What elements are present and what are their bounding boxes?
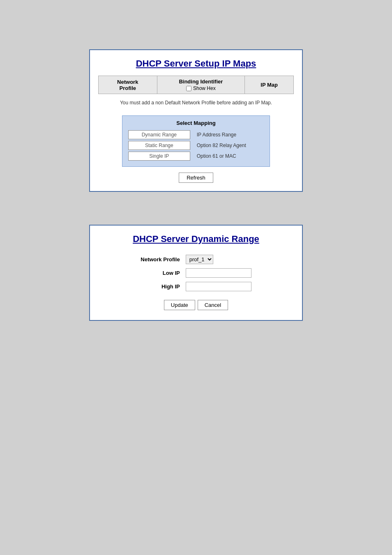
form-buttons: Update Cancel xyxy=(102,300,290,310)
option-82-label: Option 82 Relay Agent xyxy=(197,143,264,148)
header-table: NetworkProfile Binding Identifier Show H… xyxy=(98,76,294,94)
option-61-label: Option 61 or MAC xyxy=(197,153,264,159)
update-button[interactable]: Update xyxy=(164,300,195,310)
cancel-button[interactable]: Cancel xyxy=(198,300,228,310)
top-card: DHCP Server Setup IP Maps NetworkProfile… xyxy=(89,49,303,192)
select-mapping-title: Select Mapping xyxy=(128,120,264,126)
bottom-card-title: DHCP Server Dynamic Range xyxy=(102,234,290,244)
select-mapping-container: Select Mapping Dynamic Range IP Address … xyxy=(122,115,270,167)
high-ip-input[interactable] xyxy=(186,282,251,291)
refresh-button[interactable]: Refresh xyxy=(179,173,213,183)
network-profile-select[interactable]: prof_1 xyxy=(186,255,213,264)
network-profile-label: Network Profile xyxy=(141,256,180,263)
bottom-card: DHCP Server Dynamic Range Network Profil… xyxy=(89,225,303,321)
dynamic-range-button[interactable]: Dynamic Range xyxy=(128,130,190,139)
mapping-grid: Dynamic Range IP Address Range Static Ra… xyxy=(128,130,264,161)
top-card-title: DHCP Server Setup IP Maps xyxy=(98,58,294,69)
form-table: Network Profile prof_1 Low IP High IP xyxy=(138,253,254,293)
single-ip-button[interactable]: Single IP xyxy=(128,152,190,161)
binding-identifier-header: Binding Identifier xyxy=(161,78,241,85)
ip-map-header: IP Map xyxy=(261,82,278,88)
show-hex-checkbox[interactable] xyxy=(186,86,191,91)
low-ip-input[interactable] xyxy=(186,268,251,278)
network-profile-header: NetworkProfile xyxy=(117,79,138,91)
refresh-container: Refresh xyxy=(98,173,294,183)
warning-text: You must add a non Default Network Profi… xyxy=(98,97,294,111)
low-ip-label: Low IP xyxy=(163,270,180,276)
static-range-button[interactable]: Static Range xyxy=(128,141,190,150)
show-hex-label: Show Hex xyxy=(193,85,216,91)
high-ip-label: High IP xyxy=(161,283,180,290)
ip-address-range-label: IP Address Range xyxy=(197,132,264,138)
